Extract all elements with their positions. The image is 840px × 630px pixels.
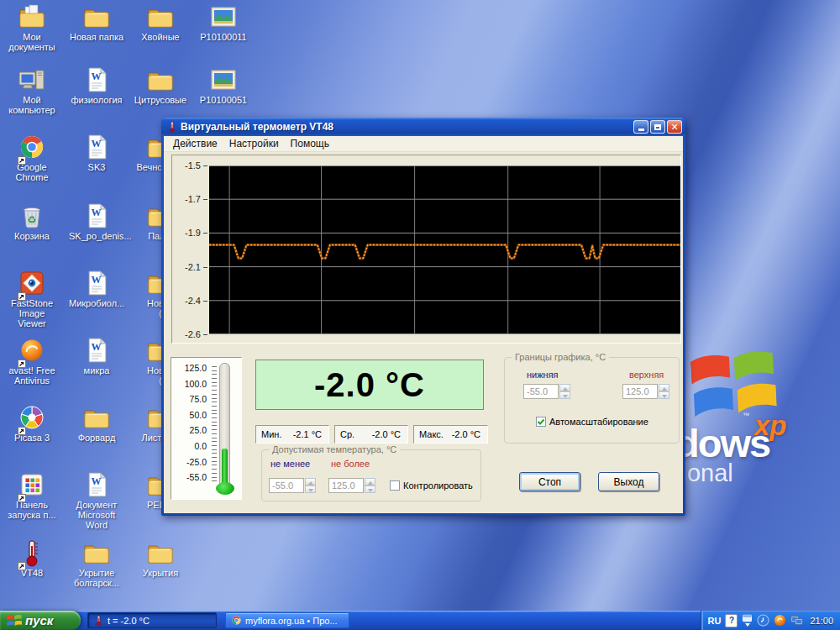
desktop-icon-google-chrome[interactable]: Google Chrome <box>4 133 60 182</box>
desktop-icon-p10100011[interactable]: P10100011 <box>196 3 251 42</box>
avg-stat-value: -2.0 °C <box>372 429 401 439</box>
lower-bound-spinbox[interactable] <box>523 384 570 399</box>
desktop-icon-ukrytie-bolgarsk[interactable]: Укрытиеболгарск... <box>69 538 124 588</box>
desktop-icon-label: Google Chrome <box>4 162 60 182</box>
max-temp-spinbox[interactable] <box>328 478 375 493</box>
gauge-minor-ticks <box>212 366 217 481</box>
chrome-icon <box>231 615 242 626</box>
language-bar-options[interactable] <box>742 614 753 627</box>
close-button[interactable]: ✕ <box>667 120 682 134</box>
desktop-icon-label: Микробиол... <box>69 298 124 308</box>
desktop-icon-faststone-image-viewer[interactable]: FastStoneImage Viewer <box>4 269 60 328</box>
desktop-icon-label: Хвойные <box>133 32 188 42</box>
min-temp-input[interactable] <box>269 478 304 493</box>
task-label: myflora.org.ua • Про... <box>245 616 338 626</box>
tray-clock-icon[interactable] <box>757 614 769 627</box>
control-checkbox-row[interactable]: Контролировать <box>390 480 473 491</box>
desktop-icon-mikra[interactable]: Wмикра <box>69 336 124 375</box>
temperature-value: -2.0 °C <box>314 366 425 404</box>
stop-button[interactable]: Стоп <box>519 472 580 491</box>
desktop-icon-picasa-3[interactable]: Picasa 3 <box>4 403 60 443</box>
desktop-icon-vt48-shortcut[interactable]: VT48 <box>4 538 60 578</box>
lower-bound-spinner[interactable] <box>559 384 570 399</box>
lower-bound-label: нижняя <box>527 370 559 380</box>
chart-y-tick-mark <box>203 334 207 335</box>
desktop-icon-label: ДокументMicrosoft Word <box>69 500 124 530</box>
desktop-icon-p10100051[interactable]: P10100051 <box>196 66 251 105</box>
taskbar-browser-task[interactable]: myflora.org.ua • Про... <box>225 612 349 628</box>
folder-icon <box>146 538 175 567</box>
start-button[interactable]: пуск <box>0 611 81 630</box>
autoscale-checkbox-row[interactable]: Автомасштабирование <box>536 417 648 427</box>
hide-icons-chevron-icon[interactable] <box>745 623 750 627</box>
chart-y-tick-label: -1.5 <box>172 160 201 171</box>
tray-avast-icon[interactable] <box>774 614 786 627</box>
minimize-button[interactable] <box>633 120 648 134</box>
desktop-icon-sk-po-denis[interactable]: WSK_po_denis... <box>69 202 124 241</box>
min-stat-label: Мин. <box>261 429 281 439</box>
desktop-icon-my-documents[interactable]: Моидокументы <box>4 3 60 52</box>
desktop-icon-label: микра <box>69 365 124 375</box>
lower-bound-input[interactable] <box>523 384 559 399</box>
desktop-icon-label: Панельзапуска п... <box>4 500 60 520</box>
menu-item-action[interactable]: Действие <box>167 137 223 150</box>
start-button-label: пуск <box>25 613 53 627</box>
taskbar-thermometer-task[interactable]: t = -2.0 °C <box>87 612 217 628</box>
menu-item-help[interactable]: Помощь <box>285 137 335 150</box>
chart-panel: -1.5-1.7-1.9-2.1-2.4-2.6 <box>171 155 681 344</box>
shortcut-arrow-icon <box>18 153 26 161</box>
language-indicator[interactable]: RU <box>708 616 722 626</box>
launcher-icon <box>18 470 46 499</box>
desktop-icon-forvard[interactable]: Форвард <box>69 403 124 443</box>
gauge-scale-label: 50.0 <box>173 410 207 420</box>
upper-bound-input[interactable] <box>622 384 658 399</box>
desktop-icon-label: avast! FreeAntivirus <box>4 365 60 386</box>
max-temp-spinner[interactable] <box>365 478 375 493</box>
folder-docs-icon <box>18 3 46 31</box>
desktop-icon-label: SK_po_denis... <box>69 231 124 241</box>
svg-text:W: W <box>92 71 102 82</box>
desktop-icon-mikrobiol[interactable]: WМикробиол... <box>69 269 124 308</box>
folder-icon <box>82 3 111 31</box>
desktop-icon-my-computer[interactable]: Мойкомпьютер <box>4 66 60 115</box>
check-icon <box>537 417 545 426</box>
desktop-icon-word-document[interactable]: WДокументMicrosoft Word <box>69 470 124 530</box>
temperature-display: -2.0 °C <box>255 360 484 410</box>
desktop-icon-new-folder[interactable]: Новая папка <box>69 3 124 42</box>
desktop-icon-sk3[interactable]: WSK3 <box>69 133 124 172</box>
chart-y-tick-mark <box>203 199 207 200</box>
max-temp-input[interactable] <box>328 478 364 493</box>
control-checkbox[interactable] <box>390 480 400 491</box>
chart-y-tick-mark <box>203 233 207 234</box>
gauge-scale-label: -55.0 <box>173 472 207 482</box>
window-titlebar[interactable]: Виртуальный термометр VT48 ✕ <box>161 118 685 136</box>
thermo-icon <box>93 615 104 626</box>
desktop-icon-label: Цитрусовые <box>133 95 188 105</box>
desktop-icon-recycle-bin[interactable]: ♻Корзина <box>4 202 60 241</box>
graph-bounds-group: Границы графика, °С нижняя верхняя <box>504 357 680 444</box>
autoscale-checkbox[interactable] <box>536 417 546 427</box>
menu-item-settings[interactable]: Настройки <box>223 137 285 150</box>
gauge-scale-label: 125.0 <box>173 363 207 373</box>
upper-bound-spinner[interactable] <box>659 384 669 399</box>
min-temp-spinner[interactable] <box>305 478 316 493</box>
tray-network-icon[interactable] <box>790 614 803 627</box>
desktop-icon-launch-panel[interactable]: Панельзапуска п... <box>4 470 60 520</box>
thermometer-app-icon <box>166 121 178 133</box>
maximize-button[interactable] <box>650 120 665 134</box>
min-temp-spinbox[interactable] <box>269 478 316 493</box>
desktop-icon-ukrytiya[interactable]: Укрытия <box>133 538 188 578</box>
window-client-area: ДействиеНастройкиПомощь -1.5-1.7-1.9-2.1… <box>164 136 683 513</box>
desktop-icon-label: P10100011 <box>196 32 251 42</box>
help-icon[interactable]: ? <box>725 614 738 627</box>
desktop-icon-label: Новая папка <box>69 32 124 42</box>
desktop-icon-hvoynye[interactable]: Хвойные <box>133 3 188 42</box>
upper-bound-spinbox[interactable] <box>622 384 669 399</box>
desktop: dows ™ xp sional МоидокументыМойкомпьюте… <box>0 0 840 630</box>
task-buttons: t = -2.0 °Cmyflora.org.ua • Про... <box>87 611 701 630</box>
desktop-icon-fiziologiya[interactable]: Wфизиология <box>69 66 124 105</box>
exit-button[interactable]: Выход <box>598 472 659 491</box>
faststone-icon <box>18 269 46 297</box>
desktop-icon-avast-free-antivirus[interactable]: avast! FreeAntivirus <box>4 336 60 386</box>
desktop-icon-citrusovye[interactable]: Цитрусовые <box>133 66 188 105</box>
